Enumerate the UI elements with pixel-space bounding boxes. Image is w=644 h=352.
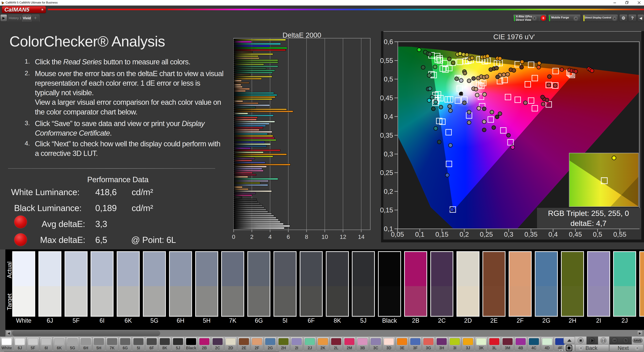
svg-text:RGB Triplet: 255, 255, 0: RGB Triplet: 255, 255, 0 — [548, 209, 629, 218]
svg-text:0,4: 0,4 — [548, 231, 558, 238]
svg-text:0,05: 0,05 — [391, 231, 404, 238]
svg-text:CIE 1976 u'v': CIE 1976 u'v' — [493, 33, 535, 41]
svg-text:14: 14 — [358, 234, 364, 240]
svg-text:0: 0 — [232, 234, 235, 240]
svg-text:0,4: 0,4 — [384, 113, 393, 120]
svg-text:0,55: 0,55 — [613, 231, 626, 238]
svg-text:0,25: 0,25 — [480, 231, 493, 238]
svg-text:0,2: 0,2 — [460, 231, 469, 238]
svg-text:0,5: 0,5 — [593, 231, 602, 238]
svg-text:6: 6 — [286, 234, 290, 240]
svg-text:8: 8 — [305, 234, 308, 240]
svg-text:0,45: 0,45 — [380, 94, 393, 102]
svg-text:deltaE: 4,7: deltaE: 4,7 — [570, 219, 606, 228]
svg-text:0,15: 0,15 — [435, 231, 448, 238]
svg-text:0,35: 0,35 — [380, 132, 393, 139]
svg-text:12: 12 — [340, 234, 346, 240]
svg-text:10: 10 — [322, 234, 328, 240]
svg-text:0,25: 0,25 — [380, 169, 393, 176]
svg-text:0,3: 0,3 — [504, 231, 513, 238]
svg-text:0,3: 0,3 — [384, 150, 393, 158]
svg-text:0,35: 0,35 — [524, 231, 538, 238]
svg-text:4: 4 — [268, 234, 272, 240]
svg-text:0,55: 0,55 — [380, 57, 393, 64]
svg-text:0,1: 0,1 — [415, 231, 424, 238]
svg-text:0,5: 0,5 — [384, 75, 393, 83]
svg-text:0,15: 0,15 — [380, 206, 393, 214]
svg-text:2: 2 — [250, 234, 254, 240]
svg-text:0,6: 0,6 — [384, 38, 393, 45]
svg-text:0,45: 0,45 — [569, 231, 582, 238]
svg-text:0,2: 0,2 — [384, 188, 393, 195]
